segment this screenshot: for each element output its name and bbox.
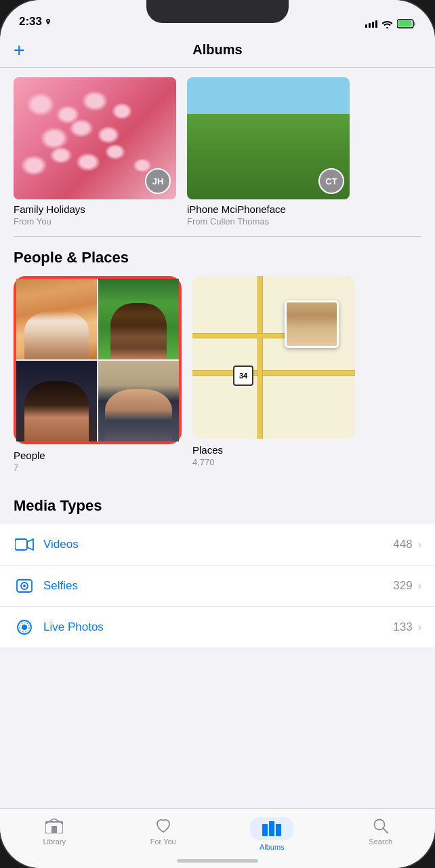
selfies-count: 329 [393, 579, 412, 593]
pin-photo [287, 302, 337, 346]
album-name-iphone: iPhone MciPhoneface [187, 203, 350, 215]
album-subtitle-iphone: From Cullen Thomas [187, 216, 350, 226]
avatar-ct: CT [318, 168, 344, 194]
home-indicator [177, 859, 258, 863]
selfies-label: Selfies [43, 579, 393, 593]
battery-icon [397, 19, 416, 28]
tab-search-label: Search [369, 837, 392, 846]
selfie-icon [14, 575, 35, 597]
tab-library[interactable]: Library [0, 814, 109, 848]
people-places-grid: People 7 34 [0, 276, 435, 473]
svg-marker-4 [27, 539, 33, 550]
videos-count: 448 [393, 538, 412, 551]
person-photo-3 [16, 361, 97, 441]
map-photo-pin [285, 300, 339, 348]
location-icon [45, 18, 51, 25]
svg-rect-1 [414, 22, 415, 26]
live-photo-icon [14, 616, 35, 638]
live-photos-label: Live Photos [43, 620, 393, 634]
people-places-header: People & Places [0, 237, 435, 276]
album-thumbnail-family: JH [14, 77, 176, 199]
status-icons [365, 19, 416, 28]
phone-frame: 2:33 [0, 0, 435, 868]
avatar-jh: JH [145, 168, 171, 194]
media-types-section: Media Types Videos 448 › [0, 473, 435, 648]
people-label: People [14, 450, 182, 461]
for-you-icon [153, 817, 173, 835]
notch [146, 0, 289, 23]
tab-for-you[interactable]: For You [109, 814, 218, 848]
album-card-family-holidays[interactable]: JH Family Holidays From You [14, 77, 176, 226]
places-count: 4,770 [192, 457, 355, 467]
people-photo-grid [16, 279, 179, 441]
phone-screen: 2:33 [0, 0, 435, 868]
map-road-h2 [192, 333, 290, 338]
search-icon [371, 817, 391, 835]
svg-rect-13 [262, 824, 268, 836]
svg-line-17 [383, 829, 388, 833]
scroll-area[interactable]: JH Family Holidays From You CT iPhone Mc… [0, 68, 435, 808]
media-row-live-photos[interactable]: Live Photos 133 › [0, 607, 435, 648]
media-types-header: Media Types [0, 485, 435, 524]
route-badge: 34 [233, 366, 253, 386]
tab-bar: Library For You [0, 808, 435, 868]
map-background: 34 [192, 276, 355, 439]
shared-albums-section: JH Family Holidays From You CT iPhone Mc… [0, 68, 435, 236]
people-count: 7 [14, 462, 182, 473]
tab-library-label: Library [43, 837, 66, 846]
person-photo-1 [16, 279, 97, 359]
map-road-vertical [257, 276, 263, 439]
places-thumbnail: 34 [192, 276, 355, 439]
tab-albums[interactable]: Albums [218, 814, 327, 854]
tab-for-you-label: For You [150, 837, 176, 846]
add-album-button[interactable]: + [14, 41, 24, 60]
svg-rect-2 [398, 21, 412, 27]
people-thumb-border [14, 276, 182, 444]
selfies-chevron: › [418, 580, 421, 592]
tab-search[interactable]: Search [327, 814, 436, 848]
people-album[interactable]: People 7 [14, 276, 182, 473]
albums-icon [262, 821, 281, 836]
svg-rect-14 [269, 821, 274, 836]
media-row-selfies[interactable]: Selfies 329 › [0, 566, 435, 607]
media-row-videos[interactable]: Videos 448 › [0, 524, 435, 566]
person-photo-2 [98, 279, 179, 359]
places-label: Places [192, 444, 355, 456]
wifi-icon [381, 20, 393, 28]
person-photo-4 [98, 361, 179, 441]
albums-tab-active-bg [250, 817, 293, 840]
album-subtitle-family: From You [14, 216, 176, 226]
videos-label: Videos [43, 538, 393, 551]
tab-albums-label: Albums [260, 843, 285, 851]
videos-chevron: › [418, 538, 421, 551]
status-time: 2:33 [19, 15, 51, 28]
signal-bars [365, 20, 377, 28]
album-thumbnail-iphone: CT [187, 77, 350, 199]
map-road-horizontal [192, 370, 355, 376]
places-album[interactable]: 34 Places 4,770 [192, 276, 355, 473]
video-icon [14, 534, 35, 555]
time-display: 2:33 [19, 15, 42, 28]
live-photos-count: 133 [393, 620, 412, 634]
people-places-section: People & Places People [0, 237, 435, 473]
page-title: Albums [192, 42, 242, 58]
library-icon [44, 817, 64, 835]
album-card-iphone[interactable]: CT iPhone MciPhoneface From Cullen Thoma… [187, 77, 350, 226]
svg-point-7 [23, 585, 26, 587]
album-name-family: Family Holidays [14, 203, 176, 215]
svg-point-9 [22, 625, 27, 630]
avatar-initials: JH [152, 176, 164, 186]
svg-rect-15 [276, 824, 281, 836]
nav-bar: + Albums [0, 33, 435, 68]
svg-rect-3 [15, 539, 27, 550]
avatar-initials-ct: CT [325, 176, 337, 186]
svg-rect-12 [51, 826, 57, 833]
live-photos-chevron: › [418, 621, 421, 633]
